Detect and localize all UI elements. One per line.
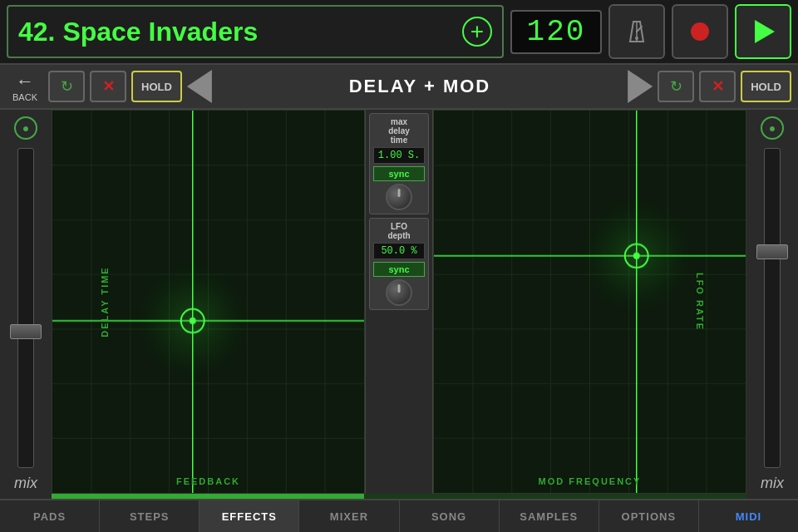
nav-item-steps[interactable]: STEPS <box>100 500 200 532</box>
back-label: BACK <box>12 92 37 102</box>
lfo-depth-label: LFOdepth <box>387 222 410 240</box>
right-slider-track[interactable] <box>764 148 781 468</box>
right-x-button[interactable]: ✕ <box>699 71 736 102</box>
left-x-button[interactable]: ✕ <box>90 71 126 102</box>
lfo-knob[interactable] <box>386 279 412 306</box>
nav-item-midi[interactable]: MIDI <box>699 500 798 532</box>
top-bar: 42. Space Invaders + 120 <box>0 0 798 65</box>
progress-bar[interactable] <box>52 494 746 499</box>
play-button[interactable] <box>735 4 791 59</box>
left-canvas-panel[interactable]: DELAY TIME FEEDBACK <box>52 110 365 494</box>
lfo-depth-value: 50.0 % <box>373 243 425 259</box>
right-x-label: MOD FREQUENCY <box>539 476 642 486</box>
right-slider-section: ● mix <box>746 110 798 499</box>
delay-time-label: maxdelaytime <box>388 117 410 145</box>
lfo-depth-section: LFOdepth 50.0 % sync <box>369 218 429 310</box>
bpm-display[interactable]: 120 <box>510 10 602 54</box>
control-bar: ← BACK ↻ ✕ HOLD DELAY + MOD ↻ ✕ HOLD <box>0 65 798 110</box>
center-controls: maxdelaytime 1.00 S. sync LFOdepth 50.0 … <box>365 110 433 494</box>
left-slider-track[interactable] <box>17 148 34 468</box>
lfo-sync-button[interactable]: sync <box>373 262 425 277</box>
right-refresh-icon: ↻ <box>670 77 682 96</box>
right-power-button[interactable]: ● <box>761 116 784 140</box>
right-hold-button[interactable]: HOLD <box>741 71 791 102</box>
nav-item-samples[interactable]: SAMPLES <box>500 500 599 532</box>
nav-item-pads[interactable]: PADS <box>0 500 100 532</box>
right-y-label: LFO RATE <box>695 273 705 331</box>
delay-time-section: maxdelaytime 1.00 S. sync <box>369 113 429 214</box>
nav-item-song[interactable]: SONG <box>400 500 500 532</box>
back-arrow-icon: ← <box>16 71 34 92</box>
delay-sync-button[interactable]: sync <box>373 166 425 181</box>
left-slider-thumb[interactable] <box>10 324 42 339</box>
svg-point-3 <box>635 37 638 40</box>
add-button[interactable]: + <box>462 17 492 47</box>
track-title: 42. Space Invaders <box>18 17 258 47</box>
left-mix-label: mix <box>14 475 37 492</box>
nav-right-arrow[interactable] <box>628 70 653 103</box>
refresh-icon: ↻ <box>61 77 73 96</box>
nav-item-mixer[interactable]: MIXER <box>299 500 399 532</box>
record-dot-icon <box>691 22 709 41</box>
title-section: 42. Space Invaders + <box>7 5 504 58</box>
delay-knob[interactable] <box>386 184 412 210</box>
progress-fill <box>52 494 364 499</box>
record-button[interactable] <box>672 4 728 59</box>
right-mix-label: mix <box>761 475 784 492</box>
play-icon <box>755 20 775 43</box>
left-hold-button[interactable]: HOLD <box>131 71 182 102</box>
right-canvas-panel[interactable]: LFO RATE MOD FREQUENCY <box>433 110 746 494</box>
bottom-nav: PADSSTEPSEFFECTSMIXERSONGSAMPLESOPTIONSM… <box>0 499 798 532</box>
right-x-icon: ✕ <box>712 77 724 96</box>
nav-item-options[interactable]: OPTIONS <box>599 500 699 532</box>
left-slider-section: ● mix <box>0 110 52 499</box>
x-icon: ✕ <box>102 77 115 96</box>
canvases-row: DELAY TIME FEEDBACK maxdelaytime 1.00 S.… <box>52 110 746 494</box>
effect-title: DELAY + MOD <box>217 76 623 97</box>
left-refresh-button[interactable]: ↻ <box>48 71 85 102</box>
progress-empty <box>364 494 746 499</box>
main-area: ● mix DELAY TIME FEEDBACK maxdelaytime 1… <box>0 110 798 499</box>
left-x-label: FEEDBACK <box>176 476 240 486</box>
nav-item-effects[interactable]: EFFECTS <box>200 500 299 532</box>
nav-left-arrow[interactable] <box>187 70 212 103</box>
metronome-button[interactable] <box>608 4 665 59</box>
left-power-button[interactable]: ● <box>14 116 37 140</box>
canvas-section: DELAY TIME FEEDBACK maxdelaytime 1.00 S.… <box>52 110 746 499</box>
back-button[interactable]: ← BACK <box>7 71 43 102</box>
right-refresh-button[interactable]: ↻ <box>658 71 694 102</box>
left-y-label: DELAY TIME <box>100 266 110 337</box>
delay-time-value: 1.00 S. <box>373 147 425 164</box>
right-slider-thumb[interactable] <box>756 244 788 259</box>
